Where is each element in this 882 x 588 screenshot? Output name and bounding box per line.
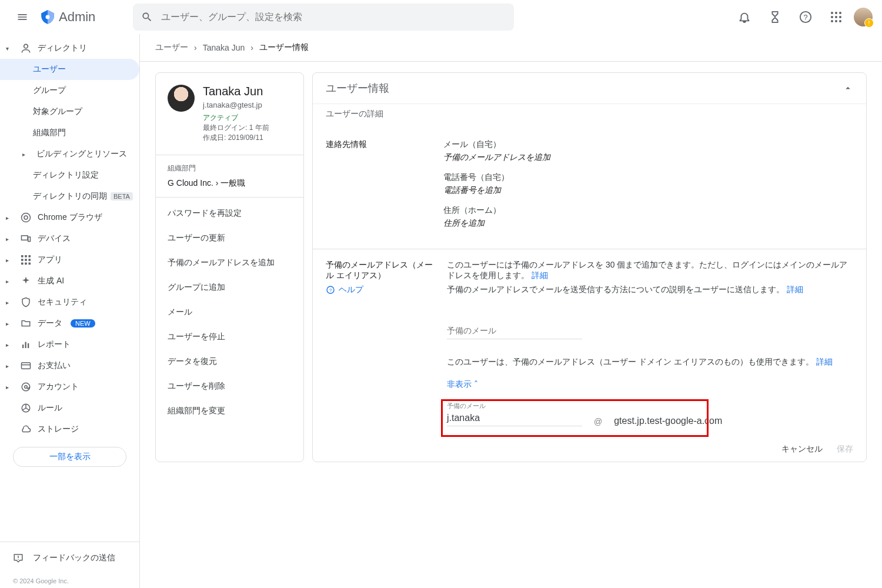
nav-users[interactable]: ユーザー xyxy=(0,59,139,80)
action-change-org[interactable]: 組織部門を変更 xyxy=(156,399,303,423)
app-header: Admin ? xyxy=(0,0,882,34)
person-icon xyxy=(19,42,33,54)
user-created-date: 作成日: 2019/09/11 xyxy=(203,133,269,143)
nav-org-units[interactable]: 組織部門 xyxy=(0,122,139,143)
nav-dir-sync[interactable]: ディレクトリの同期BETA xyxy=(0,186,139,207)
alias-details-link-2[interactable]: 詳細 xyxy=(787,285,803,294)
save-button[interactable]: 保存 xyxy=(837,444,853,455)
svg-rect-18 xyxy=(28,255,31,258)
field-label-address-home: 住所（ホーム） xyxy=(443,205,853,216)
nav-rules[interactable]: ▸ルール xyxy=(0,397,139,419)
svg-rect-19 xyxy=(21,259,24,261)
action-reset-password[interactable]: パスワードを再設定 xyxy=(156,201,303,226)
nav-devices[interactable]: ▸デバイス xyxy=(0,228,139,249)
main-menu-button[interactable] xyxy=(9,4,35,30)
hide-aliases-toggle[interactable]: 非表示 ˄ xyxy=(447,379,853,390)
svg-point-4 xyxy=(835,12,837,14)
action-add-alias[interactable]: 予備のメールアドレスを追加 xyxy=(156,250,303,275)
help-icon: ? xyxy=(799,11,812,24)
org-unit-path[interactable]: G Cloud Inc. › 一般職 xyxy=(168,178,292,189)
nav-reports[interactable]: ▸レポート xyxy=(0,334,139,355)
chevron-right-icon: ▸ xyxy=(6,363,14,369)
action-delete-user[interactable]: ユーザーを削除 xyxy=(156,374,303,399)
alias-help-link[interactable]: ? ヘルプ xyxy=(326,285,437,295)
devices-icon xyxy=(19,233,33,244)
section-header-user-info[interactable]: ユーザー情報 xyxy=(313,73,866,103)
alias-domain-value: gtest.jp.test-google-a.com xyxy=(614,416,722,426)
user-avatar xyxy=(168,85,195,112)
nav-directory[interactable]: ▾ ディレクトリ xyxy=(0,38,139,59)
svg-rect-27 xyxy=(28,343,29,348)
nav-storage[interactable]: ▸ストレージ xyxy=(0,419,139,440)
bar-chart-icon xyxy=(19,339,33,350)
brand-text: Admin xyxy=(59,9,95,25)
action-update-user[interactable]: ユーザーの更新 xyxy=(156,226,303,250)
chrome-icon xyxy=(19,212,33,223)
nav-buildings[interactable]: ▸ビルディングとリソース xyxy=(0,143,139,165)
account-avatar[interactable] xyxy=(854,8,873,26)
search-icon xyxy=(141,11,153,23)
alias-username-value[interactable]: j.tanaka xyxy=(447,410,582,426)
brand-logo[interactable]: Admin xyxy=(40,9,95,25)
left-nav: ▾ ディレクトリ ユーザー グループ 対象グループ 組織部門 ▸ビルディングとリ… xyxy=(0,34,140,588)
send-feedback[interactable]: フィードバックの送信 xyxy=(0,542,139,574)
at-symbol: @ xyxy=(594,417,602,426)
action-mail[interactable]: メール xyxy=(156,300,303,325)
alias-field-label: 予備のメール xyxy=(447,402,582,410)
section-user-details[interactable]: ユーザーの詳細 xyxy=(313,103,866,129)
show-less-button[interactable]: 一部を表示 xyxy=(13,447,126,467)
svg-rect-23 xyxy=(25,262,27,265)
user-last-login: 最終ログイン: 1 年前 xyxy=(203,123,269,133)
alias-email-input[interactable] xyxy=(447,322,582,339)
svg-rect-28 xyxy=(22,363,31,369)
hamburger-icon xyxy=(16,11,28,23)
nav-account[interactable]: ▸アカウント xyxy=(0,376,139,397)
feedback-icon xyxy=(13,553,24,563)
svg-rect-24 xyxy=(28,262,31,265)
alias-desc-3: このユーザーは、予備のメールアドレス（ユーザー ドメイン エイリアスのもの）も使… xyxy=(447,357,853,368)
alias-details-link-3[interactable]: 詳細 xyxy=(816,357,833,366)
alias-section-title: 予備のメールアドレス（メール エイリアス） xyxy=(326,260,437,281)
action-add-to-group[interactable]: グループに追加 xyxy=(156,275,303,300)
nav-apps[interactable]: ▸アプリ xyxy=(0,249,139,270)
nav-billing[interactable]: ▸お支払い xyxy=(0,355,139,376)
nav-data[interactable]: ▸データNEW xyxy=(0,313,139,334)
action-suspend-user[interactable]: ユーザーを停止 xyxy=(156,325,303,349)
nav-gen-ai[interactable]: ▸生成 AI xyxy=(0,270,139,292)
add-secondary-email-link[interactable]: 予備のメールアドレスを追加 xyxy=(443,152,853,163)
search-input[interactable] xyxy=(161,12,506,22)
apps-grid-icon xyxy=(831,12,841,22)
nav-target-groups[interactable]: 対象グループ xyxy=(0,101,139,122)
svg-point-13 xyxy=(24,216,28,219)
breadcrumb: ユーザー› Tanaka Jun› ユーザー情報 xyxy=(140,34,882,62)
svg-rect-15 xyxy=(28,237,31,242)
shield-icon xyxy=(19,297,33,308)
svg-point-11 xyxy=(839,20,841,22)
tasks-button[interactable] xyxy=(762,4,788,30)
breadcrumb-user-name[interactable]: Tanaka Jun xyxy=(203,43,245,52)
svg-point-5 xyxy=(839,12,841,14)
nav-dir-settings[interactable]: ディレクトリ設定 xyxy=(0,165,139,186)
new-badge: NEW xyxy=(71,319,95,328)
alias-desc-2: 予備のメールアドレスでメールを送受信する方法についての説明をユーザーに送信します… xyxy=(447,285,853,295)
chevron-up-icon: ˄ xyxy=(474,379,478,389)
add-address-link[interactable]: 住所を追加 xyxy=(443,218,853,229)
help-button[interactable]: ? xyxy=(793,4,818,30)
action-restore-data[interactable]: データを復元 xyxy=(156,349,303,374)
admin-logo-icon xyxy=(40,9,55,25)
cancel-button[interactable]: キャンセル xyxy=(781,444,823,455)
chevron-right-icon: ▸ xyxy=(6,299,14,306)
app-launcher-button[interactable] xyxy=(823,4,849,30)
svg-rect-20 xyxy=(25,259,27,261)
svg-point-3 xyxy=(831,12,833,14)
svg-rect-22 xyxy=(21,262,24,265)
notifications-button[interactable] xyxy=(731,4,757,30)
at-icon xyxy=(19,382,33,392)
nav-chrome[interactable]: ▸Chrome ブラウザ xyxy=(0,207,139,228)
nav-groups[interactable]: グループ xyxy=(0,80,139,101)
add-phone-link[interactable]: 電話番号を追加 xyxy=(443,185,853,196)
global-search[interactable] xyxy=(133,4,514,31)
breadcrumb-users[interactable]: ユーザー xyxy=(155,42,188,53)
nav-security[interactable]: ▸セキュリティ xyxy=(0,292,139,313)
alias-details-link-1[interactable]: 詳細 xyxy=(532,270,548,280)
